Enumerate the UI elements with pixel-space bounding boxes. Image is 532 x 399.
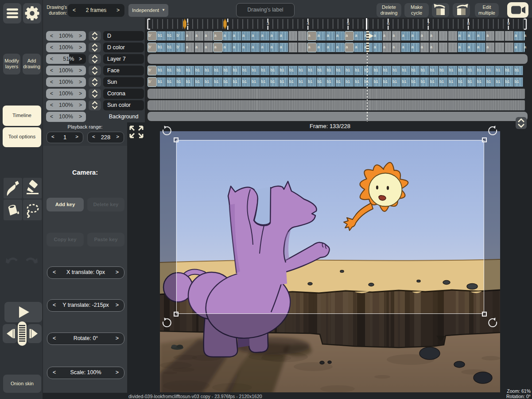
svg-text:3: 3 [267, 21, 269, 26]
svg-text:6: 6 [387, 21, 389, 26]
svg-text:8: 8 [467, 21, 470, 26]
svg-text:9: 9 [507, 21, 509, 26]
svg-text:7: 7 [427, 21, 429, 26]
svg-text:1: 1 [186, 21, 189, 26]
svg-text:4: 4 [307, 21, 309, 26]
svg-text:5: 5 [347, 21, 349, 26]
